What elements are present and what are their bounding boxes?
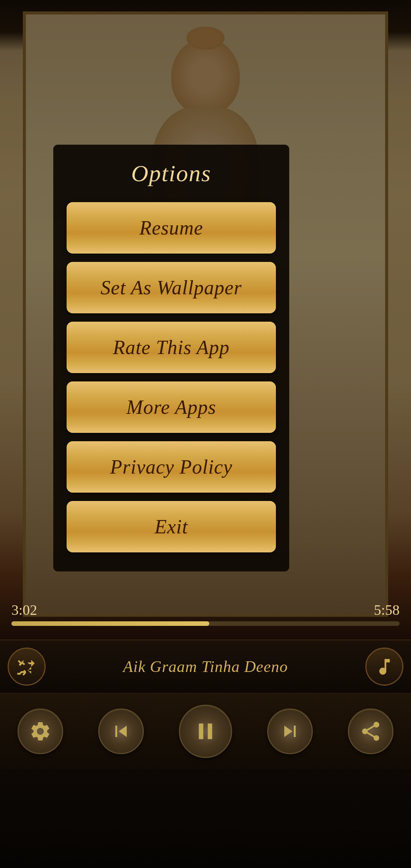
shuffle-button[interactable] [8,648,46,686]
music-note-button[interactable] [365,648,403,686]
controls-bar [0,693,411,769]
shuffle-icon [16,656,37,677]
rewind-icon [110,720,132,743]
privacy-policy-button[interactable]: Privacy Policy [67,441,276,493]
music-note-icon [374,656,395,677]
options-dialog: Options Resume Set As Wallpaper Rate Thi… [53,145,289,571]
resume-button[interactable]: Resume [67,202,276,254]
set-wallpaper-button[interactable]: Set As Wallpaper [67,262,276,313]
total-time: 5:58 [374,602,400,618]
forward-button[interactable] [267,708,313,754]
share-button[interactable] [348,708,393,754]
settings-button[interactable] [18,708,63,754]
progress-bar-fill [11,621,209,626]
current-time: 3:02 [11,602,37,618]
pause-button[interactable] [179,705,232,758]
time-labels: 3:02 5:58 [11,602,400,618]
pause-icon [192,718,219,745]
progress-bar-background[interactable] [11,621,400,626]
forward-icon [279,720,301,743]
more-apps-button[interactable]: More Apps [67,381,276,433]
dialog-title: Options [67,160,276,187]
rewind-button[interactable] [98,708,144,754]
exit-button[interactable]: Exit [67,501,276,552]
song-title: Aik Graam Tinha Deeno [46,657,365,676]
rate-app-button[interactable]: Rate This App [67,322,276,373]
progress-area: 3:02 5:58 [0,602,411,626]
music-bar: Aik Graam Tinha Deeno [0,640,411,693]
share-icon [359,720,382,743]
bottom-area [0,769,411,868]
settings-icon [29,720,52,743]
